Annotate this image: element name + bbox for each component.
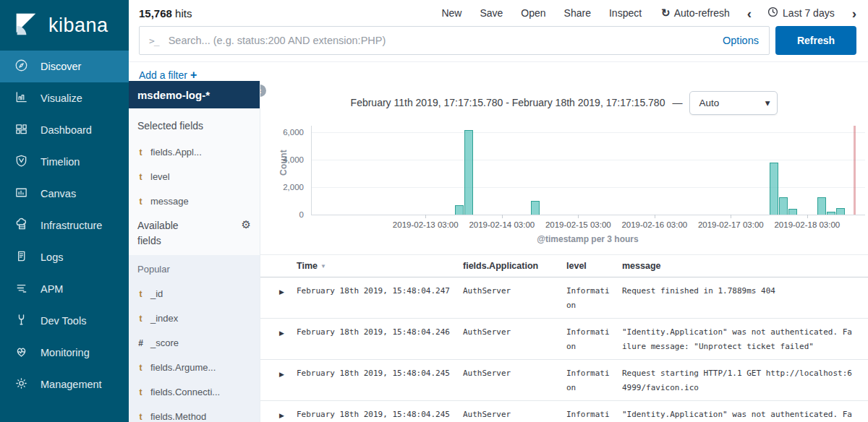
cell-application: AuthServer bbox=[463, 360, 566, 400]
cell-application: AuthServer bbox=[463, 319, 566, 359]
sidebar-item-logs[interactable]: Logs bbox=[0, 241, 129, 273]
discover-main: ‹ February 11th 2019, 17:17:15.780 - Feb… bbox=[260, 81, 868, 422]
sidebar-item-dev-tools[interactable]: Dev Tools bbox=[0, 305, 129, 337]
table-body: ▶ February 18th 2019, 15:48:04.247 AuthS… bbox=[260, 277, 868, 422]
field-item-_id[interactable]: t _id bbox=[137, 288, 251, 299]
histogram-bar[interactable] bbox=[464, 130, 473, 215]
cell-application: AuthServer bbox=[463, 277, 566, 318]
column-header-fields-application[interactable]: fields.Application bbox=[463, 261, 566, 271]
y-gridline bbox=[312, 187, 865, 188]
histogram-bar[interactable] bbox=[788, 209, 797, 215]
table-header-row: Time▼fields.Applicationlevelmessage bbox=[260, 254, 868, 277]
table-row: ▶ February 18th 2019, 15:48:04.247 AuthS… bbox=[260, 277, 868, 319]
time-range-button[interactable]: Last 7 days bbox=[767, 7, 835, 20]
field-type-icon: # bbox=[137, 338, 144, 348]
expand-row-icon[interactable]: ▶ bbox=[260, 319, 297, 359]
histogram-chart[interactable]: Count @timestamp per 3 hours 02,0004,000… bbox=[260, 120, 868, 244]
cell-level: Information bbox=[566, 319, 622, 359]
sidebar-item-infrastructure[interactable]: Infrastructure bbox=[0, 210, 129, 241]
table-row: ▶ February 18th 2019, 15:48:04.245 AuthS… bbox=[260, 401, 868, 422]
timelion-icon bbox=[14, 154, 28, 170]
histogram-bar[interactable] bbox=[817, 197, 826, 215]
cell-time: February 18th 2019, 15:48:04.246 bbox=[297, 319, 463, 359]
hits-count: 15,768 hits bbox=[139, 7, 192, 20]
column-header-message[interactable]: message bbox=[622, 261, 868, 271]
histogram-bar[interactable] bbox=[531, 201, 540, 215]
monitoring-icon bbox=[14, 345, 28, 361]
available-fields-header: Available fields ⚙ bbox=[137, 218, 251, 248]
clock-icon bbox=[767, 7, 778, 20]
menu-item-inspect[interactable]: Inspect bbox=[609, 7, 642, 19]
field-item-fieldsargume[interactable]: t fields.Argume... bbox=[137, 362, 251, 373]
search-input[interactable] bbox=[167, 34, 715, 47]
menu-item-share[interactable]: Share bbox=[564, 7, 591, 19]
field-item-_score[interactable]: # _score bbox=[137, 337, 251, 348]
x-tick-label: 2019-02-17 03:00 bbox=[687, 220, 774, 229]
menu-item-open[interactable]: Open bbox=[521, 7, 545, 19]
field-item-fieldsappl[interactable]: t fields.Appl... bbox=[137, 147, 251, 158]
add-filter-button[interactable]: Add a filter+ bbox=[139, 69, 197, 82]
options-link[interactable]: Options bbox=[723, 35, 759, 46]
refresh-button[interactable]: Refresh bbox=[775, 26, 856, 55]
sidebar-item-monitoring[interactable]: Monitoring bbox=[0, 337, 129, 369]
search-box[interactable]: >_ Options bbox=[139, 26, 770, 55]
histogram-bar[interactable] bbox=[770, 163, 778, 215]
current-time-marker bbox=[854, 126, 856, 215]
field-item-message[interactable]: t message bbox=[137, 196, 251, 207]
table-row: ▶ February 18th 2019, 15:48:04.245 AuthS… bbox=[260, 360, 868, 401]
sidebar-item-discover[interactable]: Discover bbox=[0, 51, 129, 82]
sidebar-item-timelion[interactable]: Timelion bbox=[0, 146, 129, 178]
sidebar-item-apm[interactable]: APM bbox=[0, 273, 129, 305]
menu-item-new[interactable]: New bbox=[441, 7, 461, 19]
popular-fields-label: Popular bbox=[137, 264, 251, 275]
histogram-bar[interactable] bbox=[827, 212, 835, 215]
field-type-icon: t bbox=[137, 147, 144, 158]
field-item-fieldsmethod[interactable]: t fields.Method bbox=[137, 411, 251, 422]
visualize-icon bbox=[14, 90, 28, 106]
x-tick-label: 2019-02-16 03:00 bbox=[611, 220, 698, 229]
histogram-bar[interactable] bbox=[779, 197, 788, 215]
time-back-button[interactable]: ‹ bbox=[747, 7, 752, 20]
top-menu-bar: 15,768 hits NewSaveOpenShareInspect ↻ Au… bbox=[129, 0, 868, 23]
kibana-logo[interactable]: kibana bbox=[0, 0, 129, 51]
cell-level: Information bbox=[566, 277, 622, 318]
histogram-plot-area[interactable] bbox=[311, 126, 865, 215]
x-tick-mark bbox=[655, 215, 655, 218]
histogram-bar[interactable] bbox=[836, 208, 845, 215]
auto-refresh-button[interactable]: ↻ Auto-refresh bbox=[661, 7, 730, 20]
sidebar-item-management[interactable]: Management bbox=[0, 369, 129, 400]
field-type-icon: t bbox=[137, 172, 144, 182]
x-tick-mark bbox=[578, 215, 579, 218]
histogram-bar[interactable] bbox=[455, 205, 464, 215]
field-type-icon: t bbox=[137, 314, 144, 324]
popular-fields-section: Popular t _idt _index# _scoret fields.Ar… bbox=[129, 255, 260, 422]
sidebar-item-dashboard[interactable]: Dashboard bbox=[0, 114, 129, 146]
field-type-icon: t bbox=[137, 412, 144, 422]
column-header-level[interactable]: level bbox=[566, 261, 622, 271]
x-tick-label: 2019-02-18 03:00 bbox=[764, 220, 851, 229]
column-header-time[interactable]: Time▼ bbox=[297, 261, 463, 271]
table-row: ▶ February 18th 2019, 15:48:04.246 AuthS… bbox=[260, 319, 868, 360]
chart-header: February 11th 2019, 17:17:15.780 - Febru… bbox=[260, 90, 868, 116]
expand-row-icon[interactable]: ▶ bbox=[260, 360, 297, 400]
field-type-icon: t bbox=[137, 197, 144, 207]
menu-item-save[interactable]: Save bbox=[480, 7, 503, 19]
time-forward-button[interactable]: › bbox=[852, 7, 856, 20]
expand-row-icon[interactable]: ▶ bbox=[260, 401, 297, 422]
document-table: Time▼fields.Applicationlevelmessage ▶ Fe… bbox=[260, 254, 868, 422]
field-item-_index[interactable]: t _index bbox=[137, 313, 251, 324]
x-tick-label: 2019-02-13 03:00 bbox=[382, 220, 469, 229]
field-settings-gear-icon[interactable]: ⚙ bbox=[242, 218, 251, 248]
x-axis-label: @timestamp per 3 hours bbox=[311, 234, 864, 244]
index-pattern-selector[interactable]: msdemo-log-* bbox=[129, 81, 260, 108]
top-chrome: 15,768 hits NewSaveOpenShareInspect ↻ Au… bbox=[129, 0, 868, 81]
expand-row-icon[interactable]: ▶ bbox=[260, 277, 297, 318]
field-item-fieldsconnecti[interactable]: t fields.Connecti... bbox=[137, 387, 251, 397]
sidebar-item-visualize[interactable]: Visualize bbox=[0, 82, 129, 114]
sidebar-item-canvas[interactable]: Canvas bbox=[0, 178, 129, 210]
field-item-level[interactable]: t level bbox=[137, 171, 251, 182]
cell-message: "Identity.Application" was not authentic… bbox=[622, 319, 868, 359]
x-tick-mark bbox=[807, 215, 808, 218]
available-fields-label: Available fields bbox=[137, 218, 198, 248]
interval-select[interactable]: Auto ▾ bbox=[689, 91, 778, 115]
